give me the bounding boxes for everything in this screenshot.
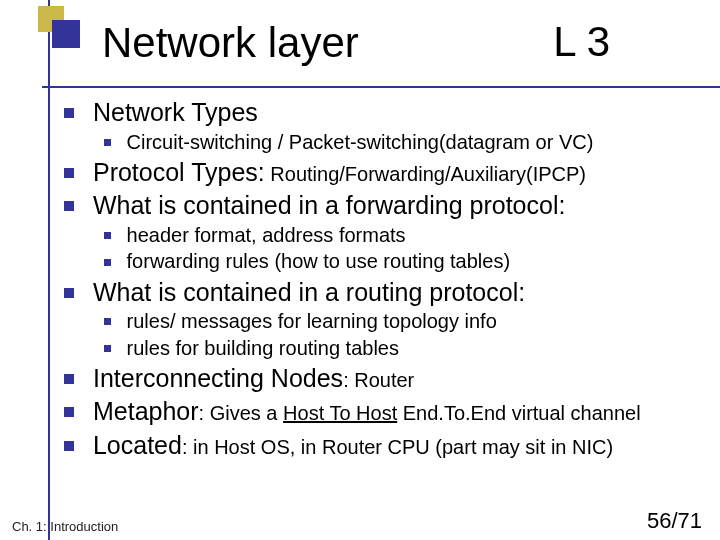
text: Protocol Types:	[93, 158, 265, 186]
text-inline: End.To.End virtual channel	[397, 402, 641, 424]
slide: Network layer L 3 Network Types Circuit-…	[0, 0, 720, 540]
text-inline: : Router	[343, 369, 414, 391]
sub-bullet: Circuit-switching / Packet-switching(dat…	[104, 130, 710, 154]
text-inline: Routing/Forwarding/Auxiliary(IPCP)	[265, 163, 586, 185]
sub-bullet: rules for building routing tables	[104, 336, 710, 360]
sub-bullet: header format, address formats	[104, 223, 710, 247]
bullet-routing-protocol: What is contained in a routing protocol:…	[64, 277, 710, 360]
text: rules/ messages for learning topology in…	[127, 310, 497, 332]
bullet-forwarding-protocol: What is contained in a forwarding protoc…	[64, 190, 710, 273]
page-number: 56/71	[647, 508, 702, 534]
text: What is contained in a forwarding protoc…	[93, 191, 565, 219]
bullet-protocol-types: Protocol Types: Routing/Forwarding/Auxil…	[64, 157, 710, 188]
text: forwarding rules (how to use routing tab…	[127, 250, 511, 272]
text: rules for building routing tables	[127, 337, 399, 359]
bullet-network-types: Network Types Circuit-switching / Packet…	[64, 97, 710, 154]
slide-body: Network Types Circuit-switching / Packet…	[0, 88, 720, 460]
bullet-metaphor: Metaphor: Gives a Host To Host End.To.En…	[64, 396, 710, 427]
title-block: Network layer L 3	[42, 0, 720, 88]
title-ornament-blue	[52, 20, 80, 48]
text-inline: : in Host OS, in Router CPU (part may si…	[182, 436, 613, 458]
footer-text: Ch. 1: Introduction	[12, 519, 118, 534]
bullet-located: Located: in Host OS, in Router CPU (part…	[64, 430, 710, 461]
text-inline: : Gives a	[199, 402, 283, 424]
text: Located	[93, 431, 182, 459]
sub-bullet: rules/ messages for learning topology in…	[104, 309, 710, 333]
text-underline: Host To Host	[283, 402, 397, 424]
text: Metaphor	[93, 397, 199, 425]
slide-title-right: L 3	[553, 18, 610, 66]
text: Interconnecting Nodes	[93, 364, 343, 392]
bullet-interconnecting-nodes: Interconnecting Nodes: Router	[64, 363, 710, 394]
text: header format, address formats	[127, 224, 406, 246]
text: What is contained in a routing protocol:	[93, 278, 525, 306]
slide-title: Network layer	[102, 19, 359, 67]
text: Circuit-switching / Packet-switching(dat…	[127, 131, 594, 153]
sub-bullet: forwarding rules (how to use routing tab…	[104, 249, 710, 273]
text: Network Types	[93, 98, 258, 126]
